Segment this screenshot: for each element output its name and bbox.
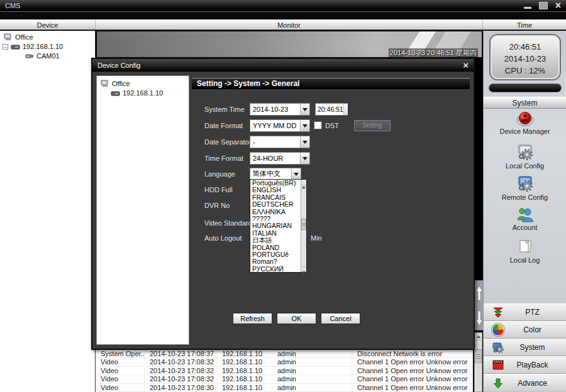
log-row[interactable]: Video 2014-10-23 17:08:30 192.168.1.10 a… xyxy=(96,384,473,392)
language-options[interactable]: Português(BR)ENGLISHFRANCAISDEUTSCHERΕΛΛ… xyxy=(250,180,301,272)
sidebar-item-remote-config[interactable]: Remote Config xyxy=(484,174,566,201)
camera-icon xyxy=(25,53,34,59)
language-option[interactable]: PORTUGUê xyxy=(250,251,301,258)
log-message: Channel 1 Open error Unknow error xyxy=(352,358,473,366)
language-option[interactable]: Português(BR) xyxy=(250,180,301,187)
system-gears-icon xyxy=(492,341,504,354)
dialog-tree-site[interactable]: Office xyxy=(101,80,130,87)
nav-ptz-button[interactable]: PTZ xyxy=(484,303,566,321)
tree-item-site[interactable]: Office xyxy=(4,33,33,41)
event-log-table[interactable]: System Oper... 2014-10-23 17:08:37 192.1… xyxy=(96,350,473,392)
video-standard-label: Video Standard xyxy=(204,219,252,227)
log-row[interactable]: System Oper... 2014-10-23 17:08:37 192.1… xyxy=(96,350,473,358)
tree-item-camera[interactable]: CAM01 xyxy=(25,52,60,60)
dialog-device-tree: Office 192.168.1.10 xyxy=(96,75,189,345)
chevron-down-icon[interactable] xyxy=(300,153,309,164)
dialog-close-icon[interactable]: × xyxy=(463,62,469,69)
nav-playback-button[interactable]: PlayBack xyxy=(484,356,566,374)
window-title: CMS xyxy=(5,2,20,9)
language-select[interactable]: 简体中文 xyxy=(250,168,301,180)
log-time: 2014-10-23 17:08:32 xyxy=(145,367,217,374)
date-format-select[interactable]: YYYY MM DD xyxy=(250,119,310,132)
log-ip: 192.168.1.10 xyxy=(217,375,272,383)
chevron-down-icon[interactable] xyxy=(300,104,309,115)
video-frame: 2014-10-23 20:46:51 星期四 xyxy=(97,31,482,58)
scroll-thumb[interactable] xyxy=(301,219,306,230)
nav-advance-button[interactable]: Advance xyxy=(484,374,566,391)
tab-time[interactable]: Time xyxy=(483,20,566,30)
language-list-scrollbar[interactable] xyxy=(301,180,306,272)
tab-device[interactable]: Device xyxy=(0,20,96,30)
language-option[interactable]: Roman? xyxy=(250,258,301,265)
close-icon[interactable]: × xyxy=(555,1,561,10)
auto-logout-unit: Min xyxy=(311,234,322,242)
ok-button[interactable]: OK xyxy=(277,313,316,324)
time-format-select[interactable]: 24-HOUR xyxy=(250,152,310,165)
tree-item-device[interactable]: – 192.168.1.10 xyxy=(3,43,63,50)
playback-icon xyxy=(492,359,504,371)
sidebar-item-local-config[interactable]: Local Config xyxy=(484,143,566,170)
language-option[interactable]: ΕΛΛΗΝΙΚΑ xyxy=(250,209,301,215)
account-icon xyxy=(516,207,535,223)
tab-monitor[interactable]: Monitor xyxy=(96,20,483,30)
scroll-down-icon[interactable] xyxy=(475,310,483,326)
system-section-header: System xyxy=(484,97,566,109)
scroll-up-icon[interactable] xyxy=(475,285,483,302)
log-row[interactable]: Video 2014-10-23 17:08:32 192.168.1.10 a… xyxy=(96,367,473,375)
log-time: 2014-10-23 17:08:32 xyxy=(145,358,217,366)
system-date-select[interactable]: 2014-10-23 xyxy=(250,103,310,116)
date-separator-label: Date Separator xyxy=(204,138,252,146)
log-scroll-thumb[interactable] xyxy=(475,349,482,363)
log-time: 2014-10-23 17:08:30 xyxy=(145,384,217,391)
clock-display: 20:46:51 2014-10-23 CPU : 12% xyxy=(489,34,561,80)
chevron-down-icon[interactable] xyxy=(291,168,301,179)
log-user: admin xyxy=(272,367,352,374)
auto-logout-label: Auto Logout xyxy=(204,234,241,242)
language-option[interactable]: ENGLISH xyxy=(250,187,301,193)
status-pill xyxy=(489,84,562,92)
sidebar-item-local-log[interactable]: Local Log xyxy=(484,238,566,264)
language-option[interactable]: ITALIAN xyxy=(250,230,301,237)
language-option[interactable]: РУССКИЙ xyxy=(250,266,301,272)
language-option[interactable]: POLAND xyxy=(250,244,301,251)
system-time-label: System Time xyxy=(204,106,245,113)
language-option[interactable]: DEUTSCHER xyxy=(250,201,301,208)
cancel-button[interactable]: Cancel xyxy=(321,313,360,324)
dialog-titlebar[interactable]: Device Config × xyxy=(92,59,474,72)
refresh-button[interactable]: Refresh xyxy=(233,313,272,324)
log-type: Video xyxy=(96,375,145,383)
dialog-tree-device[interactable]: 192.168.1.10 xyxy=(111,89,163,97)
remote-config-icon xyxy=(516,174,535,193)
language-option[interactable]: 日本語 xyxy=(250,237,301,244)
minimize-icon[interactable] xyxy=(524,7,531,9)
log-message: Channel 1 Open error Unknow error xyxy=(352,384,473,391)
sidebar-item-account[interactable]: Account xyxy=(484,207,566,231)
language-option[interactable]: FRANCAIS xyxy=(250,194,301,201)
local-config-icon xyxy=(516,143,535,161)
date-separator-select[interactable]: - xyxy=(250,136,310,148)
nav-system-button[interactable]: System xyxy=(484,339,566,356)
log-row[interactable]: Video 2014-10-23 17:08:32 192.168.1.10 a… xyxy=(96,375,473,383)
log-message: Channel 1 Open error Unknow error xyxy=(352,375,473,383)
language-option[interactable]: HUNGARIAN xyxy=(250,222,301,229)
dst-checkbox[interactable] xyxy=(314,121,322,129)
log-row[interactable]: Video 2014-10-23 17:08:32 192.168.1.10 a… xyxy=(96,358,473,366)
nav-color-button[interactable]: Color xyxy=(484,321,566,339)
settings-breadcrumb: Setting -> System -> General xyxy=(192,78,470,89)
language-option[interactable]: ????? xyxy=(250,215,301,222)
collapse-icon[interactable]: – xyxy=(3,44,8,50)
chevron-down-icon[interactable] xyxy=(300,120,309,131)
advance-icon xyxy=(492,378,504,389)
log-user: admin xyxy=(272,350,352,357)
maximize-icon[interactable] xyxy=(539,2,548,9)
sidebar-item-device-manager[interactable]: Device Manager xyxy=(484,111,566,135)
scroll-up-icon[interactable] xyxy=(301,180,306,185)
log-scroll-up-icon[interactable] xyxy=(475,333,482,340)
spinner-arrows-icon[interactable] xyxy=(343,104,348,115)
scroll-down-icon[interactable] xyxy=(301,266,306,272)
video-osd-timestamp: 2014-10-23 20:46:51 星期四 xyxy=(389,48,478,58)
language-dropdown-list[interactable]: Português(BR)ENGLISHFRANCAISDEUTSCHERΕΛΛ… xyxy=(250,179,307,273)
system-time-spinner[interactable]: 20:46:51 xyxy=(315,103,348,116)
chevron-down-icon[interactable] xyxy=(300,136,309,148)
log-table-scrollbar[interactable] xyxy=(474,332,482,392)
